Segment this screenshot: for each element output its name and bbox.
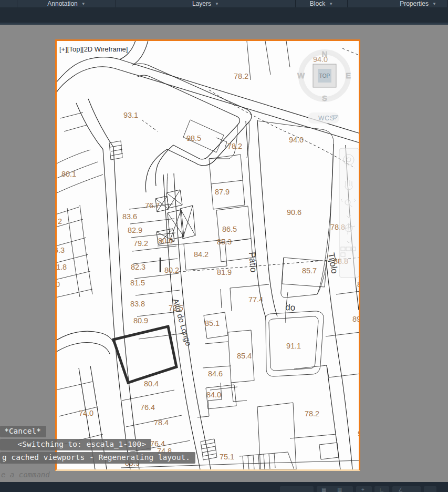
ribbon-edge <box>0 23 448 25</box>
wcs-dropdown[interactable]: WCS <box>308 112 339 124</box>
viewcube-west[interactable]: W <box>297 71 305 80</box>
chevron-down-icon: ▼ <box>432 2 436 6</box>
elevation-label: 78.4 <box>154 418 169 427</box>
ribbon-stub <box>0 0 17 7</box>
elevation-label: 78.2 <box>227 142 242 150</box>
menu-properties[interactable]: Properties ▼ <box>348 0 448 7</box>
command-history-line: *Cancel* <box>0 426 46 437</box>
elevation-label: 83.6 <box>122 212 137 221</box>
ribbon-menubar: Annotation ▼ Layers ▼ Block ▼ Properties… <box>0 0 448 7</box>
elevation-label: 80.1 <box>61 170 76 178</box>
elevation-label: 89 <box>352 315 359 323</box>
elevation-label: 82.9 <box>128 226 142 234</box>
elevation-label: 1.8 <box>57 263 67 271</box>
elevation-label: 80.9 <box>133 316 148 325</box>
elevation-label: 84.6 <box>208 370 223 378</box>
menu-annotation-label: Annotation <box>47 0 77 7</box>
elevation-label: 86.5 <box>222 225 237 233</box>
statusbar-button[interactable] <box>392 486 421 492</box>
elevation-label: 80.2 <box>164 266 179 274</box>
autocad-window: Annotation ▼ Layers ▼ Block ▼ Properties… <box>0 0 448 492</box>
elevation-label: 87.9 <box>215 188 230 196</box>
elevation-label: 85.4 <box>237 352 252 360</box>
viewport-label: [+][Top][2D Wireframe] <box>59 45 128 53</box>
elevation-label: 74.0 <box>79 409 93 417</box>
snap-icon[interactable]: ▥ <box>337 487 342 492</box>
elevation-label: 76.7 <box>145 201 160 210</box>
osnap-icon[interactable]: ∠ <box>398 487 403 492</box>
elevation-label: 85.7 <box>302 266 317 275</box>
street-name-label: do <box>285 302 296 313</box>
menu-annotation[interactable]: Annotation ▼ <box>17 0 116 7</box>
navigation-bar[interactable] <box>339 148 359 278</box>
statusbar-button[interactable] <box>280 486 314 492</box>
elevation-label: 77.4 <box>248 295 263 304</box>
viewport-view-control[interactable]: [Top] <box>67 45 82 53</box>
viewcube-face-label[interactable]: TOP <box>319 73 330 79</box>
elevation-label: 90.6 <box>287 208 301 217</box>
elevation-label: 81.5 <box>130 279 145 287</box>
ortho-icon[interactable]: + <box>361 487 364 492</box>
menu-block[interactable]: Block ▼ <box>296 0 348 7</box>
elevation-label: 94.0 <box>289 136 304 144</box>
elevation-label: 81.9 <box>217 268 232 276</box>
elevation-label: 78.2 <box>305 409 319 418</box>
ribbon-panel-body <box>0 7 448 23</box>
polar-icon[interactable]: ∟ <box>379 487 384 492</box>
elevation-label: 98.5 <box>186 134 201 142</box>
drawing-canvas[interactable]: 94.078.293.198.578.294.080.187.976.790.6… <box>57 41 359 469</box>
menu-block-label: Block <box>310 0 325 7</box>
elevation-label: 76.4 <box>140 403 155 412</box>
elevation-label: 91.1 <box>286 342 301 350</box>
elevation-label: 8 <box>357 280 359 289</box>
viewcube-north[interactable]: N <box>322 49 328 58</box>
elevation-label: 84.0 <box>206 391 221 399</box>
elevation-label: 93.1 <box>123 111 138 119</box>
elevation-label: 6.3 <box>57 246 65 254</box>
command-history-line: g cached viewports - Regenerating layout… <box>0 452 195 464</box>
menu-properties-label: Properties <box>400 0 429 7</box>
elevation-label: 83.8 <box>130 300 145 308</box>
viewcube-east[interactable]: E <box>346 71 351 80</box>
chevron-down-icon: ▼ <box>215 2 219 6</box>
elevation-label: 2 <box>58 217 62 226</box>
elevation-label: 0 <box>57 280 60 289</box>
elevation-label: 80.4 <box>144 380 159 388</box>
statusbar-button[interactable] <box>424 486 436 492</box>
chevron-down-icon: ▼ <box>329 2 333 6</box>
menu-layers[interactable]: Layers ▼ <box>116 0 296 7</box>
elevation-label: 80.6 <box>158 237 173 245</box>
viewport-visualstyle-control[interactable]: [2D Wireframe] <box>82 45 128 53</box>
menu-layers-label: Layers <box>192 0 211 7</box>
elevation-label: 84.2 <box>194 250 209 259</box>
command-history-text: <Switching to: escala_1-100> <box>18 440 146 448</box>
elevation-label: 85.3 <box>217 238 232 246</box>
grid-icon[interactable]: ▦ <box>321 487 326 492</box>
elevation-label: 78.2 <box>234 72 248 80</box>
parcel-highlight[interactable] <box>113 326 176 383</box>
elevation-label: 82.3 <box>131 263 145 271</box>
command-history-text: g cached viewports - Regenerating layout… <box>2 453 190 462</box>
layout-viewport[interactable]: 94.078.293.198.578.294.080.187.976.790.6… <box>55 39 360 471</box>
viewcube[interactable]: N W E S TOP <box>297 49 351 102</box>
viewport-plus-control[interactable]: [+] <box>59 45 67 53</box>
street-name-label: Pátio <box>247 252 258 273</box>
street-name-label: Tijolo <box>326 252 340 274</box>
chevron-down-icon: ▼ <box>81 2 86 6</box>
elevation-label: 85.1 <box>205 319 220 327</box>
command-history-text: *Cancel* <box>4 427 41 435</box>
command-input[interactable]: e a command <box>1 470 50 479</box>
status-bar: ▦ ▥ + ∟ ∠ <box>0 482 448 492</box>
elevation-label: 9 <box>358 429 359 438</box>
command-history-line: <Switching to: escala_1-100> <box>0 439 151 450</box>
viewcube-south[interactable]: S <box>322 94 327 102</box>
wcs-label: WCS <box>318 115 335 122</box>
elevation-label: 79.2 <box>133 239 148 248</box>
elevation-label: 75.1 <box>220 453 234 461</box>
